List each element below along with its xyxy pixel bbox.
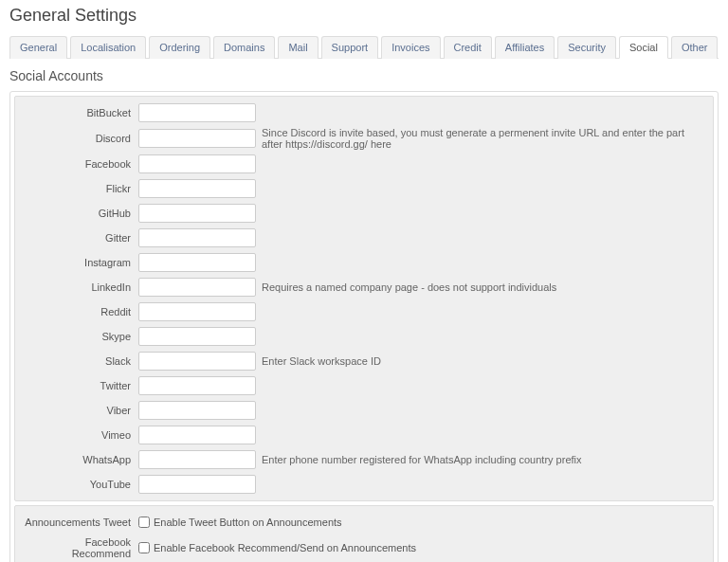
field-control: [138, 103, 703, 122]
settings-tabs: GeneralLocalisationOrderingDomainsMailSu…: [9, 35, 719, 59]
field-control: [138, 179, 703, 198]
facebook-recommend-checkbox[interactable]: [138, 542, 150, 553]
tab-general[interactable]: General: [9, 36, 67, 59]
settings-panel: BitBucketDiscordSince Discord is invite …: [9, 91, 719, 562]
tab-social[interactable]: Social: [619, 36, 668, 59]
instagram-input[interactable]: [138, 253, 256, 272]
checkbox-control: Enable Facebook Recommend/Send on Announ…: [138, 542, 703, 553]
field-control: Enter Slack workspace ID: [138, 352, 703, 371]
field-label: YouTube: [25, 479, 138, 490]
field-row-vimeo: Vimeo: [25, 425, 703, 445]
field-row-viber: Viber: [25, 400, 703, 421]
checkbox-group-label: Announcements Tweet: [25, 517, 138, 528]
field-help: Requires a named company page - does not…: [262, 281, 556, 293]
field-row-reddit: Reddit: [25, 301, 703, 322]
field-row-facebook: Facebook: [25, 154, 703, 174]
discord-input[interactable]: [138, 129, 256, 148]
vimeo-input[interactable]: [138, 426, 256, 444]
reddit-input[interactable]: [138, 302, 256, 321]
field-label: Facebook: [25, 158, 138, 170]
field-control: [138, 154, 703, 173]
tab-support[interactable]: Support: [321, 36, 379, 59]
tab-domains[interactable]: Domains: [213, 36, 275, 59]
field-control: [138, 475, 703, 494]
checkbox-row-announcements-tweet: Announcements TweetEnable Tweet Button o…: [25, 512, 703, 533]
field-control: [138, 204, 703, 223]
tab-other[interactable]: Other: [671, 36, 719, 59]
facebook-input[interactable]: [138, 154, 256, 173]
field-label: Twitter: [25, 380, 138, 391]
field-label: GitHub: [25, 208, 138, 219]
field-control: Since Discord is invite based, you must …: [138, 127, 703, 150]
whatsapp-input[interactable]: [138, 450, 256, 469]
field-label: Slack: [25, 355, 138, 367]
field-help: Since Discord is invite based, you must …: [262, 127, 703, 150]
field-control: [138, 376, 703, 395]
field-row-linkedin: LinkedInRequires a named company page - …: [25, 277, 703, 298]
announcements-tweet-checkbox[interactable]: [138, 517, 150, 528]
twitter-input[interactable]: [138, 376, 256, 395]
field-row-bitbucket: BitBucket: [25, 102, 703, 123]
field-label: Vimeo: [25, 429, 138, 441]
field-row-youtube: YouTube: [25, 474, 703, 495]
linkedin-input[interactable]: [138, 278, 256, 297]
field-help: Enter Slack workspace ID: [262, 355, 381, 367]
bitbucket-input[interactable]: [138, 103, 256, 122]
viber-input[interactable]: [138, 401, 256, 420]
field-label: LinkedIn: [25, 281, 138, 293]
field-row-discord: DiscordSince Discord is invite based, yo…: [25, 127, 703, 150]
field-control: [138, 426, 703, 444]
checkbox-group-label: Facebook Recommend: [25, 536, 138, 559]
slack-input[interactable]: [138, 352, 256, 371]
field-control: [138, 253, 703, 272]
field-row-github: GitHub: [25, 203, 703, 224]
field-label: Viber: [25, 405, 138, 416]
tab-mail[interactable]: Mail: [278, 36, 318, 59]
announcement-options: Announcements TweetEnable Tweet Button o…: [14, 505, 714, 562]
field-control: [138, 401, 703, 420]
checkbox-label[interactable]: Enable Tweet Button on Announcements: [138, 517, 342, 528]
field-row-skype: Skype: [25, 326, 703, 347]
tab-credit[interactable]: Credit: [444, 36, 492, 59]
field-control: [138, 302, 703, 321]
field-label: Reddit: [25, 306, 138, 317]
checkbox-control: Enable Tweet Button on Announcements: [138, 517, 703, 528]
field-label: Discord: [25, 133, 138, 144]
field-control: Requires a named company page - does not…: [138, 278, 703, 297]
field-control: Enter phone number registered for WhatsA…: [138, 450, 703, 469]
tab-security[interactable]: Security: [557, 36, 616, 59]
field-label: Gitter: [25, 232, 138, 244]
field-help: Enter phone number registered for WhatsA…: [262, 454, 582, 465]
field-control: [138, 327, 703, 346]
field-row-instagram: Instagram: [25, 252, 703, 273]
page-title: General Settings: [9, 6, 719, 26]
tab-ordering[interactable]: Ordering: [149, 36, 210, 59]
field-label: Flickr: [25, 183, 138, 194]
github-input[interactable]: [138, 204, 256, 223]
flickr-input[interactable]: [138, 179, 256, 198]
field-label: Skype: [25, 331, 138, 342]
youtube-input[interactable]: [138, 475, 256, 494]
tab-invoices[interactable]: Invoices: [381, 36, 440, 59]
field-row-whatsapp: WhatsAppEnter phone number registered fo…: [25, 449, 703, 470]
field-row-slack: SlackEnter Slack workspace ID: [25, 351, 703, 372]
field-label: WhatsApp: [25, 454, 138, 465]
tab-localisation[interactable]: Localisation: [70, 36, 146, 59]
field-control: [138, 228, 703, 247]
field-label: Instagram: [25, 257, 138, 268]
checkbox-text: Enable Tweet Button on Announcements: [154, 517, 342, 528]
gitter-input[interactable]: [138, 228, 256, 247]
tab-affiliates[interactable]: Affiliates: [495, 36, 555, 59]
skype-input[interactable]: [138, 327, 256, 346]
field-row-flickr: Flickr: [25, 178, 703, 199]
section-heading: Social Accounts: [9, 68, 719, 83]
checkbox-label[interactable]: Enable Facebook Recommend/Send on Announ…: [138, 542, 416, 553]
checkbox-text: Enable Facebook Recommend/Send on Announ…: [154, 542, 416, 553]
field-label: BitBucket: [25, 107, 138, 118]
field-row-gitter: Gitter: [25, 227, 703, 248]
checkbox-row-facebook-recommend: Facebook RecommendEnable Facebook Recomm…: [25, 536, 703, 559]
social-fields: BitBucketDiscordSince Discord is invite …: [14, 96, 714, 501]
field-row-twitter: Twitter: [25, 375, 703, 396]
